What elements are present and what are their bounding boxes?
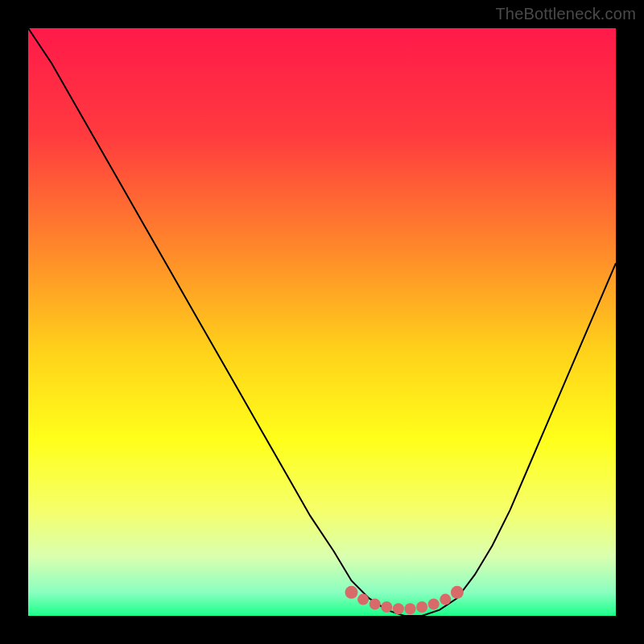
optimal-band-marker	[428, 598, 440, 609]
optimal-band-marker	[440, 594, 451, 605]
optimal-band-marker	[369, 598, 381, 609]
optimal-band-marker	[451, 586, 464, 599]
watermark-text: TheBottleneck.com	[495, 5, 636, 23]
optimal-band-marker	[416, 601, 427, 613]
chart-plot-area	[28, 28, 616, 616]
chart-svg	[28, 28, 616, 616]
optimal-band-marker	[345, 586, 358, 599]
optimal-band-marker	[357, 594, 369, 605]
chart-background-gradient	[28, 28, 616, 616]
optimal-band-marker	[405, 603, 416, 614]
optimal-band-marker	[381, 601, 392, 613]
optimal-band-marker	[393, 603, 404, 614]
